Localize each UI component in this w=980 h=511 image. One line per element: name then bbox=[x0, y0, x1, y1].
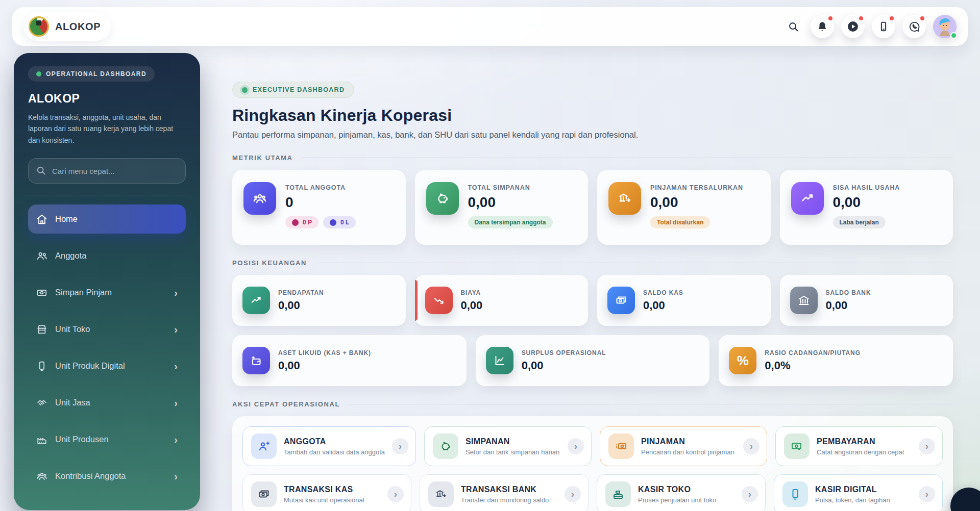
metric-card-total-anggota: TOTAL ANGGOTA 0 0 P 0 L bbox=[232, 170, 406, 245]
sidebar-item-home[interactable]: Home bbox=[28, 205, 186, 234]
sidebar-badge-label: OPERATIONAL DASHBOARD bbox=[46, 70, 146, 78]
quick-actions-panel: ANGGOTA Tambah dan validasi data anggota… bbox=[232, 416, 953, 511]
sidebar-nav: Home Anggota Simpan Pinjam › Unit Toko bbox=[28, 205, 186, 491]
section-metrik-utama: METRIK UTAMA bbox=[232, 154, 953, 162]
status-badge: Laba berjalan bbox=[833, 216, 886, 228]
sidebar-item-label: Kontribusi Anggota bbox=[55, 471, 126, 481]
brand-logo-pill[interactable]: ALOKOP bbox=[23, 12, 111, 41]
trend-up-icon bbox=[242, 287, 270, 314]
page-title: Ringkasan Kinerja Koperasi bbox=[232, 106, 953, 125]
bank-arrow-icon bbox=[428, 481, 454, 507]
banknote-icon bbox=[36, 287, 47, 298]
user-avatar[interactable] bbox=[933, 15, 957, 38]
chevron-right-icon[interactable]: › bbox=[568, 438, 584, 454]
banknotes-icon bbox=[251, 481, 277, 507]
status-dot-icon bbox=[242, 87, 248, 93]
notification-dot bbox=[889, 15, 895, 21]
bank-icon bbox=[790, 287, 818, 314]
play-media-icon[interactable] bbox=[841, 15, 865, 38]
sidebar-item-label: Anggota bbox=[55, 251, 86, 261]
chevron-right-icon: › bbox=[174, 288, 178, 298]
sidebar-item-simpan-pinjam[interactable]: Simpan Pinjam › bbox=[28, 278, 186, 307]
sidebar-item-unit-toko[interactable]: Unit Toko › bbox=[28, 315, 186, 344]
section-label: AKSI CEPAT OPERASIONAL bbox=[232, 400, 340, 408]
chevron-right-icon[interactable]: › bbox=[392, 438, 408, 454]
bank-arrow-icon bbox=[608, 182, 641, 215]
chevron-right-icon[interactable]: › bbox=[743, 438, 760, 454]
sidebar-item-kontribusi-anggota[interactable]: Kontribusi Anggota › bbox=[28, 462, 186, 491]
notification-dot bbox=[827, 15, 834, 21]
sidebar-item-unit-produk-digital[interactable]: Unit Produk Digital › bbox=[28, 351, 186, 380]
quick-action-pinjaman[interactable]: PINJAMAN Pencairan dan kontrol pinjaman … bbox=[600, 426, 767, 466]
quick-action-transaksi-kas[interactable]: TRANSAKSI KAS Mutasi kas unit operasiona… bbox=[242, 474, 411, 511]
dot-icon bbox=[330, 219, 336, 226]
metric-label: TOTAL SIMPANAN bbox=[468, 184, 553, 191]
executive-dashboard-badge: EXECUTIVE DASHBOARD bbox=[232, 82, 354, 98]
metric-card-pinjaman-tersalurkan: PINJAMAN TERSALURKAN 0,00 Total disalurk… bbox=[597, 170, 771, 245]
wallet-plus-icon bbox=[242, 347, 270, 374]
metric-label: TOTAL ANGGOTA bbox=[285, 184, 356, 191]
cash-register-icon bbox=[605, 481, 631, 507]
percent-icon: % bbox=[729, 347, 756, 374]
metric-label: PINJAMAN TERSALURKAN bbox=[650, 184, 743, 191]
chevron-right-icon[interactable]: › bbox=[565, 486, 581, 502]
search-icon[interactable] bbox=[783, 16, 803, 37]
section-label: METRIK UTAMA bbox=[232, 154, 293, 162]
chevron-right-icon: › bbox=[174, 361, 178, 371]
section-posisi-keuangan: POSISI KEUANGAN bbox=[232, 259, 953, 267]
sidebar-item-unit-produsen[interactable]: Unit Produsen › bbox=[28, 425, 186, 454]
chevron-right-icon[interactable]: › bbox=[742, 486, 758, 502]
chevron-right-icon[interactable]: › bbox=[387, 486, 404, 502]
search-input[interactable] bbox=[28, 158, 186, 184]
male-count-badge: 0 L bbox=[323, 216, 356, 228]
quick-action-transaksi-bank[interactable]: TRANSAKSI BANK Transfer dan monitoring s… bbox=[420, 474, 589, 511]
search-icon bbox=[36, 165, 46, 175]
cooperative-logo-icon bbox=[29, 16, 49, 37]
app-window: ALOKOP bbox=[0, 0, 980, 511]
sidebar-item-label: Unit Produsen bbox=[55, 435, 109, 444]
floating-chat-button[interactable] bbox=[950, 488, 980, 511]
sidebar-item-label: Unit Jasa bbox=[55, 398, 90, 407]
brand-name: ALOKOP bbox=[55, 21, 101, 33]
finance-grid-row1: PENDAPATAN 0,00 BIAYA 0,00 SALDO KAS bbox=[232, 275, 953, 326]
finance-card-aset-likuid: ASET LIKUID (KAS + BANK) 0,00 bbox=[232, 335, 467, 386]
quick-action-simpanan[interactable]: SIMPANAN Setor dan tarik simpanan harian… bbox=[424, 426, 592, 466]
chevron-right-icon: › bbox=[174, 324, 178, 335]
users-icon bbox=[36, 250, 47, 262]
metric-card-total-simpanan: TOTAL SIMPANAN 0,00 Dana tersimpan anggo… bbox=[415, 170, 589, 245]
smartphone-icon bbox=[36, 361, 47, 372]
quick-action-anggota[interactable]: ANGGOTA Tambah dan validasi data anggota… bbox=[242, 426, 416, 466]
female-count-badge: 0 P bbox=[285, 216, 318, 228]
sidebar-item-anggota[interactable]: Anggota bbox=[28, 241, 186, 270]
smartphone-icon bbox=[782, 481, 808, 507]
sidebar-title: ALOKOP bbox=[28, 92, 186, 106]
chevron-right-icon[interactable]: › bbox=[919, 486, 935, 502]
executive-badge-label: EXECUTIVE DASHBOARD bbox=[253, 86, 345, 93]
section-aksi-cepat: AKSI CEPAT OPERASIONAL bbox=[232, 400, 953, 408]
chevron-right-icon: › bbox=[174, 471, 178, 481]
quick-action-kasir-digital[interactable]: KASIR DIGITAL Pulsa, token, dan tagihan … bbox=[774, 474, 943, 511]
metric-label: SISA HASIL USAHA bbox=[833, 184, 900, 191]
sidebar-item-label: Simpan Pinjam bbox=[55, 288, 112, 297]
page-subtitle: Pantau performa simpanan, pinjaman, kas,… bbox=[232, 130, 953, 140]
status-dot-icon bbox=[36, 71, 41, 76]
sidebar-badge: OPERATIONAL DASHBOARD bbox=[28, 66, 155, 82]
mobile-device-icon[interactable] bbox=[872, 15, 895, 38]
person-plus-icon bbox=[251, 433, 277, 459]
sidebar-item-unit-jasa[interactable]: Unit Jasa › bbox=[28, 388, 186, 417]
whatsapp-icon[interactable] bbox=[902, 15, 926, 38]
metric-value: 0,00 bbox=[468, 194, 553, 211]
metric-value: 0 bbox=[285, 194, 356, 211]
storefront-icon bbox=[36, 324, 47, 335]
sidebar: OPERATIONAL DASHBOARD ALOKOP Kelola tran… bbox=[14, 53, 200, 510]
quick-action-pembayaran[interactable]: PEMBAYARAN Catat angsuran dengan cepat › bbox=[775, 426, 943, 466]
metrics-grid: TOTAL ANGGOTA 0 0 P 0 L TOTAL SIMPANAN 0… bbox=[232, 170, 953, 245]
finance-card-saldo-bank: SALDO BANK 0,00 bbox=[780, 275, 953, 326]
piggy-bank-icon bbox=[433, 433, 458, 459]
notifications-bell-icon[interactable] bbox=[811, 15, 834, 38]
metric-value: 0,00 bbox=[833, 194, 900, 211]
chevron-right-icon: › bbox=[174, 435, 178, 445]
chevron-right-icon[interactable]: › bbox=[919, 438, 935, 454]
quick-action-kasir-toko[interactable]: KASIR TOKO Proses penjualan unit toko › bbox=[597, 474, 766, 511]
divider bbox=[27, 195, 187, 195]
